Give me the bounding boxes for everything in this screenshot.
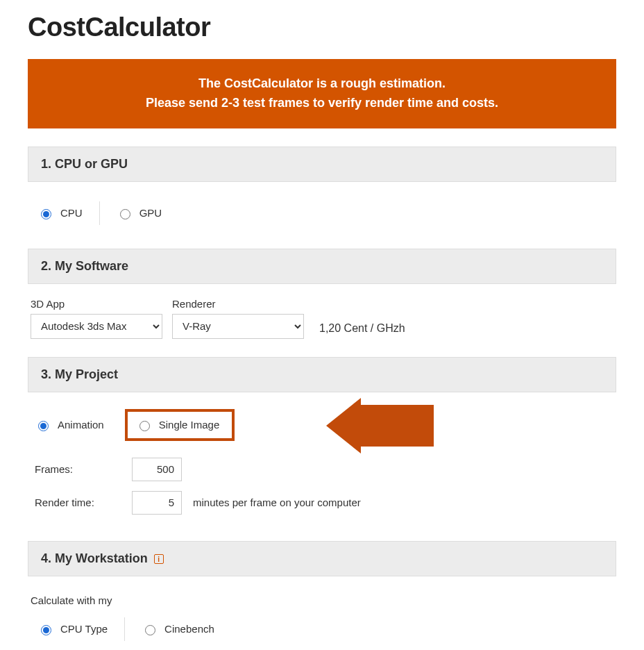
renderer-select[interactable]: V-Ray <box>172 314 304 339</box>
section4-header: 4. My Workstation i <box>28 541 616 576</box>
radio-cinebench-label: Cinebench <box>164 623 214 635</box>
section2-header: 2. My Software <box>28 249 616 284</box>
render-time-input[interactable] <box>132 491 182 515</box>
section4-heading-text: 4. My Workstation <box>41 551 148 565</box>
section2-body: 3D App Autodesk 3ds Max Renderer V-Ray 1… <box>28 294 616 347</box>
radio-single-image-label: Single Image <box>159 419 220 431</box>
renderer-label: Renderer <box>172 298 304 310</box>
radio-cpu-type-input[interactable] <box>41 625 51 635</box>
divider <box>99 201 100 225</box>
page-title: CostCalculator <box>28 12 616 42</box>
radio-cpu-type-label: CPU Type <box>60 623 108 635</box>
frames-label: Frames: <box>35 463 125 475</box>
svg-marker-0 <box>326 398 434 453</box>
frames-input[interactable] <box>132 458 182 481</box>
arrow-annotation-icon <box>278 398 437 453</box>
notice-banner: The CostCalculator is a rough estimation… <box>28 59 616 128</box>
radio-gpu-input[interactable] <box>120 209 130 219</box>
radio-cpu-input[interactable] <box>41 209 51 219</box>
section1-header: 1. CPU or GPU <box>28 147 616 182</box>
section4-body: Calculate with my CPU Type Cinebench Bra… <box>28 586 616 650</box>
radio-gpu-label: GPU <box>139 207 162 219</box>
render-time-suffix: minutes per frame on your computer <box>193 497 361 508</box>
banner-line-2: Please send 2-3 test frames to verify re… <box>42 94 602 113</box>
render-time-label: Render time: <box>35 497 125 508</box>
section1-body: CPU GPU <box>28 192 616 239</box>
section3-header: 3. My Project <box>28 357 616 392</box>
divider <box>124 617 125 641</box>
radio-animation[interactable]: Animation <box>35 419 104 431</box>
radio-single-image-input[interactable] <box>139 421 150 431</box>
app-select[interactable]: Autodesk 3ds Max <box>31 314 162 339</box>
radio-cpu-label: CPU <box>60 207 83 219</box>
app-label: 3D App <box>31 298 162 310</box>
single-image-highlight-box: Single Image <box>125 409 235 441</box>
radio-animation-input[interactable] <box>38 421 49 431</box>
banner-line-1: The CostCalculator is a rough estimation… <box>42 74 602 94</box>
radio-cinebench[interactable]: Cinebench <box>142 623 214 635</box>
radio-cpu-type[interactable]: CPU Type <box>37 623 108 635</box>
section3-body: Animation Single Image Frames: Render ti… <box>28 402 616 531</box>
radio-cinebench-input[interactable] <box>145 625 155 635</box>
info-icon[interactable]: i <box>154 554 164 564</box>
radio-gpu[interactable]: GPU <box>117 207 162 219</box>
radio-single-image[interactable]: Single Image <box>136 419 220 431</box>
price-text: 1,20 Cent / GHzh <box>319 322 405 339</box>
calc-with-label: Calculate with my <box>31 594 613 606</box>
radio-cpu[interactable]: CPU <box>37 207 83 219</box>
radio-animation-label: Animation <box>58 419 104 431</box>
